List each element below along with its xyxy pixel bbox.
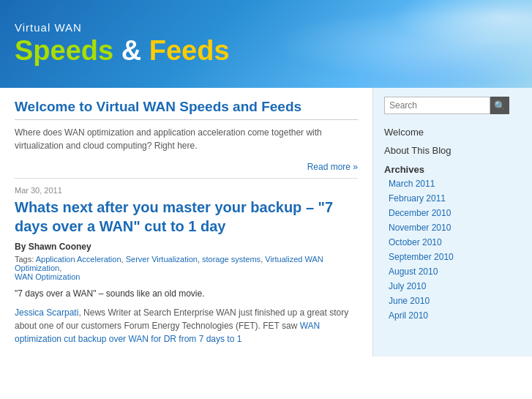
tags-label: Tags: xyxy=(15,255,34,264)
archive-july-2010[interactable]: July 2010 xyxy=(384,279,521,294)
sidebar-item-welcome[interactable]: Welcome xyxy=(384,123,521,141)
article-snippet: "7 days over a WAN" – sounds like an old… xyxy=(15,288,358,299)
tag-storage-systems[interactable]: storage systems xyxy=(202,255,261,264)
header-decoration xyxy=(239,0,532,88)
header-subtitle: Virtual WAN xyxy=(15,21,230,34)
sidebar: 🔍 Welcome About This Blog Archives March… xyxy=(373,88,532,357)
header-speeds: Speeds xyxy=(15,35,113,66)
archive-march-2011[interactable]: March 2011 xyxy=(384,176,521,191)
site-header: Virtual WAN Speeds & Feeds xyxy=(0,0,532,88)
archive-february-2011[interactable]: February 2011 xyxy=(384,191,521,206)
archive-september-2010[interactable]: September 2010 xyxy=(384,250,521,264)
main-content: Welcome to Virtual WAN Speeds and Feeds … xyxy=(0,88,373,357)
archive-august-2010[interactable]: August 2010 xyxy=(384,264,521,279)
archive-november-2010[interactable]: November 2010 xyxy=(384,220,521,235)
tag-server-virtualization[interactable]: Server Virtualization xyxy=(126,255,198,264)
archive-june-2010[interactable]: June 2010 xyxy=(384,294,521,308)
tag-application-acceleration[interactable]: Application Acceleration xyxy=(36,255,121,264)
archives-title: Archives xyxy=(384,164,521,175)
header-feeds: Feeds xyxy=(149,35,230,66)
search-button[interactable]: 🔍 xyxy=(490,97,509,114)
article-date: Mar 30, 2011 xyxy=(15,186,358,195)
sidebar-item-about[interactable]: About This Blog xyxy=(384,141,521,160)
welcome-description: Where does WAN optimization and applicat… xyxy=(15,126,358,152)
search-input[interactable] xyxy=(384,97,490,114)
main-layout: Welcome to Virtual WAN Speeds and Feeds … xyxy=(0,88,532,357)
archive-october-2010[interactable]: October 2010 xyxy=(384,235,521,250)
archive-december-2010[interactable]: December 2010 xyxy=(384,206,521,220)
article: Mar 30, 2011 Whats next after you master… xyxy=(15,179,358,346)
sidebar-search: 🔍 xyxy=(384,97,521,114)
author-link[interactable]: Jessica Scarpati xyxy=(15,307,78,318)
article-tags: Tags: Application Acceleration, Server V… xyxy=(15,255,358,281)
tag-wan-optimization[interactable]: WAN Optimization xyxy=(15,272,80,281)
archive-april-2010[interactable]: April 2010 xyxy=(384,308,521,323)
header-main-title: Speeds & Feeds xyxy=(15,35,230,67)
header-amp: & xyxy=(113,35,149,66)
read-more-link[interactable]: Read more » xyxy=(307,162,358,172)
article-body: Jessica Scarpati, News Writer at Search … xyxy=(15,306,358,346)
welcome-section: Welcome to Virtual WAN Speeds and Feeds … xyxy=(15,99,358,179)
read-more-bar: Read more » xyxy=(15,158,358,179)
article-author: By Shawn Cooney xyxy=(15,242,358,252)
welcome-title: Welcome to Virtual WAN Speeds and Feeds xyxy=(15,99,358,120)
header-title-block: Virtual WAN Speeds & Feeds xyxy=(15,21,230,67)
article-title[interactable]: Whats next after you master your backup … xyxy=(15,198,358,236)
